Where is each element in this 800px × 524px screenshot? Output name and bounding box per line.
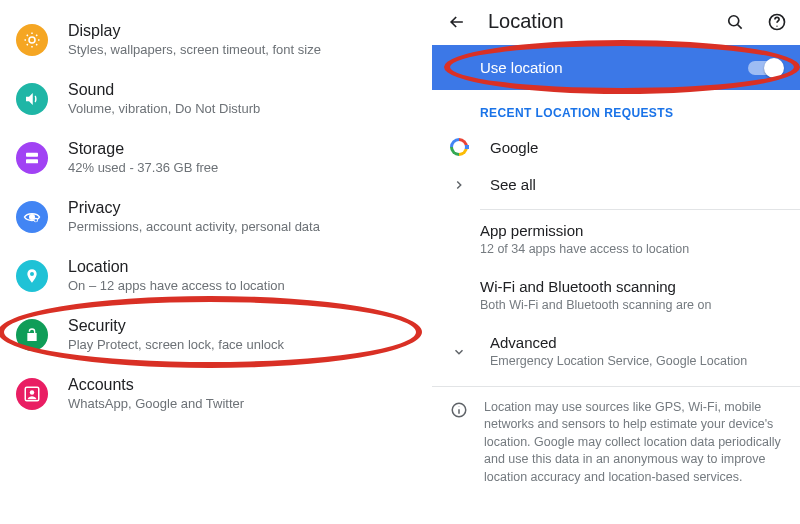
settings-item-title: Storage xyxy=(68,140,218,158)
recent-requests-header: RECENT LOCATION REQUESTS xyxy=(432,90,800,128)
row-subtitle: 12 of 34 apps have access to location xyxy=(480,241,689,258)
wifi-bluetooth-scanning-row[interactable]: Wi-Fi and Bluetooth scanning Both Wi-Fi … xyxy=(432,268,800,324)
list-item-label: See all xyxy=(490,176,536,193)
row-title: Advanced xyxy=(490,334,747,351)
divider xyxy=(480,209,800,210)
chevron-right-icon xyxy=(448,178,470,192)
location-info-text: Location may use sources like GPS, Wi-Fi… xyxy=(432,389,800,487)
row-title: Wi-Fi and Bluetooth scanning xyxy=(480,278,711,295)
settings-item-title: Display xyxy=(68,22,321,40)
storage-icon xyxy=(16,142,48,174)
settings-item-subtitle: Styles, wallpapers, screen timeout, font… xyxy=(68,42,321,57)
settings-item-security[interactable]: Security Play Protect, screen lock, face… xyxy=(0,305,432,364)
svg-rect-5 xyxy=(35,219,37,221)
svg-point-10 xyxy=(776,25,777,26)
use-location-label: Use location xyxy=(480,59,748,76)
row-title: App permission xyxy=(480,222,689,239)
chevron-down-icon xyxy=(448,345,470,359)
settings-item-subtitle: Permissions, account activity, personal … xyxy=(68,219,320,234)
location-pin-icon xyxy=(16,260,48,292)
see-all-row[interactable]: See all xyxy=(432,166,800,203)
privacy-icon xyxy=(16,201,48,233)
volume-icon xyxy=(16,83,48,115)
app-permission-row[interactable]: App permission 12 of 34 apps have access… xyxy=(432,212,800,268)
location-settings-pane: Location Use location RECENT LOCATION RE… xyxy=(432,0,800,524)
settings-item-title: Privacy xyxy=(68,199,320,217)
use-location-row[interactable]: Use location xyxy=(432,45,800,90)
settings-item-subtitle: On – 12 apps have access to location xyxy=(68,278,285,293)
row-subtitle: Emergency Location Service, Google Locat… xyxy=(490,353,747,370)
recent-app-google[interactable]: Google xyxy=(432,128,800,166)
settings-item-sound[interactable]: Sound Volume, vibration, Do Not Disturb xyxy=(0,69,432,128)
info-text: Location may use sources like GPS, Wi-Fi… xyxy=(484,399,786,487)
settings-list: Display Styles, wallpapers, screen timeo… xyxy=(0,0,432,524)
settings-item-subtitle: Volume, vibration, Do Not Disturb xyxy=(68,101,260,116)
page-title: Location xyxy=(488,10,704,33)
settings-item-storage[interactable]: Storage 42% used - 37.36 GB free xyxy=(0,128,432,187)
settings-item-location[interactable]: Location On – 12 apps have access to loc… xyxy=(0,246,432,305)
help-button[interactable] xyxy=(766,11,788,33)
settings-item-title: Sound xyxy=(68,81,260,99)
advanced-row[interactable]: Advanced Emergency Location Service, Goo… xyxy=(432,324,800,380)
settings-item-title: Accounts xyxy=(68,376,244,394)
brightness-icon xyxy=(16,24,48,56)
row-subtitle: Both Wi-Fi and Bluetooth scanning are on xyxy=(480,297,711,314)
divider xyxy=(432,386,800,387)
svg-point-8 xyxy=(729,15,739,25)
settings-item-display[interactable]: Display Styles, wallpapers, screen timeo… xyxy=(0,10,432,69)
svg-point-7 xyxy=(30,390,35,395)
info-icon xyxy=(448,399,470,487)
back-button[interactable] xyxy=(446,11,468,33)
lock-open-icon xyxy=(16,319,48,351)
settings-item-title: Security xyxy=(68,317,284,335)
settings-item-privacy[interactable]: Privacy Permissions, account activity, p… xyxy=(0,187,432,246)
use-location-toggle[interactable] xyxy=(748,61,782,75)
location-header: Location xyxy=(432,0,800,45)
account-icon xyxy=(16,378,48,410)
list-item-label: Google xyxy=(490,139,538,156)
settings-item-subtitle: 42% used - 37.36 GB free xyxy=(68,160,218,175)
settings-item-subtitle: Play Protect, screen lock, face unlock xyxy=(68,337,284,352)
svg-rect-1 xyxy=(26,152,38,156)
svg-rect-2 xyxy=(26,159,38,163)
svg-point-0 xyxy=(29,37,35,43)
settings-item-accounts[interactable]: Accounts WhatsApp, Google and Twitter xyxy=(0,364,432,423)
google-icon xyxy=(448,138,470,156)
settings-item-subtitle: WhatsApp, Google and Twitter xyxy=(68,396,244,411)
search-button[interactable] xyxy=(724,11,746,33)
settings-item-title: Location xyxy=(68,258,285,276)
